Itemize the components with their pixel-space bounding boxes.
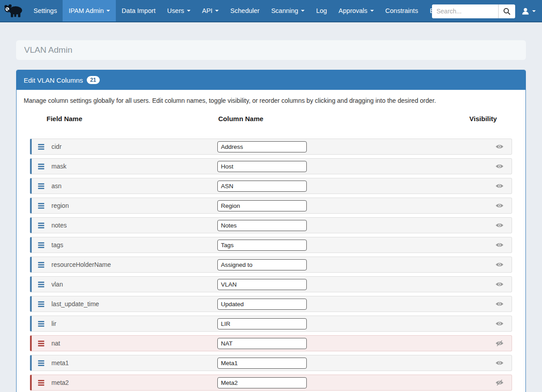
eye-slash-icon[interactable] (495, 339, 504, 347)
user-menu-button[interactable] (521, 7, 536, 15)
search-group (432, 4, 515, 18)
column-name-input[interactable] (217, 259, 307, 270)
column-name-input[interactable] (217, 279, 307, 290)
visibility-cell (307, 221, 512, 229)
column-row[interactable]: tags (30, 237, 512, 253)
search-icon (503, 8, 511, 15)
drag-handle-icon[interactable] (38, 183, 44, 189)
field-name-label: cidr (51, 143, 62, 150)
drag-handle-icon[interactable] (38, 282, 44, 287)
column-name-input[interactable] (217, 200, 307, 211)
column-name-input[interactable] (217, 220, 307, 231)
column-name-input[interactable] (217, 377, 307, 388)
field-cell: region (32, 202, 217, 209)
nav-item-data-import[interactable]: Data Import (116, 0, 161, 21)
column-row[interactable]: resourceHolderName (30, 257, 512, 273)
column-row[interactable]: asn (30, 178, 512, 194)
nav-item-approvals[interactable]: Approvals (333, 0, 379, 21)
drag-handle-icon[interactable] (38, 242, 44, 248)
eye-icon[interactable] (495, 300, 504, 308)
column-row[interactable]: lir (30, 316, 512, 332)
field-cell: lir (32, 320, 217, 327)
chevron-down-icon (532, 10, 536, 12)
column-row[interactable]: meta1 (30, 355, 512, 371)
column-name-cell (217, 377, 307, 388)
field-name-label: vlan (51, 281, 63, 288)
column-name-input[interactable] (217, 161, 307, 172)
nav-item-log[interactable]: Log (310, 0, 333, 21)
column-row[interactable]: vlan (30, 276, 512, 292)
field-cell: meta1 (32, 359, 217, 367)
eye-icon[interactable] (495, 359, 504, 367)
field-cell: notes (32, 222, 217, 229)
field-name-label: meta2 (51, 379, 69, 386)
eye-icon[interactable] (495, 143, 504, 151)
field-name-label: mask (51, 163, 66, 170)
field-cell: last_update_time (32, 300, 217, 308)
column-row[interactable]: mask (30, 158, 512, 174)
column-name-input[interactable] (217, 338, 307, 349)
column-row[interactable]: region (30, 198, 512, 214)
nav-item-ipam-admin[interactable]: IPAM Admin (63, 0, 116, 21)
page-title: VLAN Admin (24, 45, 72, 55)
column-name-cell (217, 259, 307, 270)
field-cell: meta2 (32, 379, 217, 386)
drag-handle-icon[interactable] (38, 301, 44, 307)
drag-handle-icon[interactable] (38, 341, 44, 346)
nav-item-scanning[interactable]: Scanning (265, 0, 310, 21)
eye-icon[interactable] (495, 162, 504, 170)
search-input[interactable] (432, 4, 498, 18)
eye-icon[interactable] (495, 241, 504, 249)
drag-handle-icon[interactable] (38, 164, 44, 169)
top-navbar: Settings IPAM Admin Data Import Users AP… (0, 0, 542, 22)
eye-icon[interactable] (495, 221, 504, 229)
field-name-label: meta1 (51, 359, 69, 367)
column-row[interactable]: meta2 (30, 375, 512, 391)
column-name-cell (217, 338, 307, 349)
nav-item-api[interactable]: API (196, 0, 224, 21)
panda-logo[interactable] (0, 0, 28, 21)
panel-heading: Edit VLAN Columns 21 (17, 70, 525, 90)
column-row[interactable]: last_update_time (30, 296, 512, 312)
column-name-cell (217, 141, 307, 152)
field-name-label: lir (51, 320, 56, 327)
column-name-input[interactable] (217, 181, 307, 192)
column-name-input[interactable] (217, 141, 307, 152)
column-row[interactable]: nat (30, 335, 512, 351)
column-name-cell (217, 161, 307, 172)
drag-handle-icon[interactable] (38, 223, 44, 228)
column-name-input[interactable] (217, 240, 307, 251)
eye-icon[interactable] (495, 202, 504, 210)
nav-item-users[interactable]: Users (161, 0, 196, 21)
search-button[interactable] (498, 4, 515, 18)
eye-slash-icon[interactable] (495, 379, 504, 387)
user-icon (521, 7, 529, 15)
drag-handle-icon[interactable] (38, 360, 44, 366)
eye-icon[interactable] (495, 261, 504, 269)
drag-handle-icon[interactable] (38, 203, 44, 209)
nav-item-constraints[interactable]: Constraints (380, 0, 424, 21)
field-name-label: tags (51, 241, 63, 249)
chevron-down-icon (301, 10, 305, 12)
drag-handle-icon[interactable] (38, 262, 44, 268)
column-name-input[interactable] (217, 299, 307, 310)
eye-icon[interactable] (495, 320, 504, 328)
panel-body: Manage column settings globally for all … (17, 90, 525, 392)
eye-icon[interactable] (495, 280, 504, 288)
column-name-input[interactable] (217, 358, 307, 369)
nav-item-settings[interactable]: Settings (28, 0, 63, 21)
eye-icon[interactable] (495, 182, 504, 190)
visibility-cell (307, 241, 512, 249)
column-row[interactable]: cidr (30, 139, 512, 155)
drag-handle-icon[interactable] (38, 380, 44, 386)
drag-handle-icon[interactable] (38, 321, 44, 327)
navbar-right (432, 0, 536, 22)
drag-handle-icon[interactable] (38, 144, 44, 150)
visibility-cell (307, 261, 512, 269)
column-row[interactable]: notes (30, 217, 512, 233)
column-name-cell (217, 358, 307, 369)
visibility-cell (307, 280, 512, 288)
nav-item-label: Scheduler (230, 7, 259, 14)
nav-item-scheduler[interactable]: Scheduler (224, 0, 265, 21)
column-name-input[interactable] (217, 318, 307, 329)
